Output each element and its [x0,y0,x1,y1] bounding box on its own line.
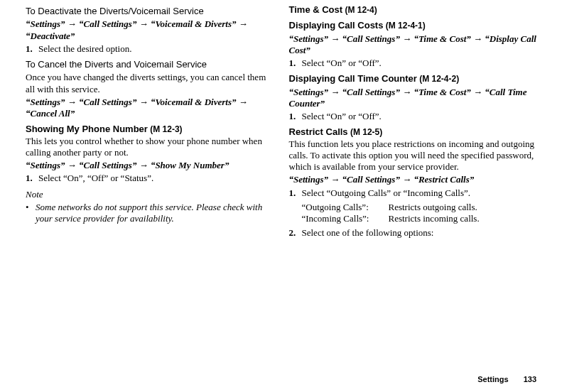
show-number-heading-row: Showing My Phone Number (M 12-3) [26,124,274,135]
restrict-option-outgoing: “Outgoing Calls”: Restricts outgoing cal… [302,202,537,213]
restrict-step-1: 1. Select “Outgoing Calls” or “Incoming … [289,187,537,199]
cancel-description: Once you have changed the diverts settin… [26,72,274,95]
restrict-option-incoming: “Incoming Calls”: Restricts incoming cal… [302,213,537,224]
step-text: Select “On” or “Off”. [302,58,382,69]
step-text: Select “On”, “Off” or “Status”. [38,173,153,184]
note-label: Note [26,189,274,200]
display-cost-heading-row: Displaying Call Costs (M 12-4-1) [289,20,537,31]
cancel-section: To Cancel the Diverts and Voicemail Serv… [26,59,274,119]
deactivate-heading: To Deactivate the Diverts/Voicemail Serv… [26,6,274,17]
cancel-path: “Settings” → “Call Settings” → “Voicemai… [26,97,274,120]
display-cost-menu-ref: (M 12-4-1) [383,21,425,31]
show-number-path: “Settings” → “Call Settings” → “Show My … [26,160,274,171]
call-timer-section: Displaying Call Time Counter (M 12-4-2) … [289,73,537,122]
deactivate-step-1: 1. Select the desired option. [26,43,274,55]
show-number-menu-ref: (M 12-3) [148,124,183,134]
step-number: 1. [26,173,38,184]
call-timer-heading: Displaying Call Time Counter [289,73,417,84]
note-text: Some networks do not support this servic… [36,202,274,225]
display-cost-section: Displaying Call Costs (M 12-4-1) “Settin… [289,20,537,69]
step-number: 1. [289,187,302,199]
option-key: “Incoming Calls”: [302,213,389,224]
show-number-description: This lets you control whether to show yo… [26,136,274,159]
option-key: “Outgoing Calls”: [302,202,389,213]
call-timer-menu-ref: (M 12-4-2) [417,74,459,84]
restrict-heading-row: Restrict Calls (M 12-5) [289,126,537,138]
call-timer-heading-row: Displaying Call Time Counter (M 12-4-2) [289,73,537,85]
show-number-section: Showing My Phone Number (M 12-3) This le… [26,124,274,224]
display-cost-heading: Displaying Call Costs [289,20,384,31]
call-timer-path: “Settings” → “Call Settings” → “Time & C… [289,87,537,110]
restrict-section: Restrict Calls (M 12-5) This function le… [289,126,537,239]
right-column: Time & Cost (M 12-4) Displaying Call Cos… [289,4,537,244]
show-number-heading: Showing My Phone Number [26,124,148,134]
note-body: • Some networks do not support this serv… [26,202,274,225]
restrict-menu-ref: (M 12-5) [348,127,383,137]
deactivate-path: “Settings” → “Call Settings” → “Voicemai… [26,18,274,42]
left-column: To Deactivate the Diverts/Voicemail Serv… [26,4,274,244]
option-value: Restricts incoming calls. [389,213,480,224]
restrict-path: “Settings” → “Call Settings” → “Restrict… [289,174,537,185]
restrict-description: This function lets you place restriction… [289,138,537,173]
step-text: Select “Outgoing Calls” or “Incoming Cal… [302,187,471,199]
time-cost-menu-ref: (M 12-4) [342,5,377,15]
footer-page-number: 133 [524,375,536,383]
step-text: Select one of the following options: [302,227,434,239]
restrict-options-table: “Outgoing Calls”: Restricts outgoing cal… [302,202,537,225]
call-timer-step-1: 1. Select “On” or “Off”. [289,111,537,122]
cancel-heading: To Cancel the Diverts and Voicemail Serv… [26,59,274,70]
time-cost-section: Time & Cost (M 12-4) [289,4,537,16]
step-number: 1. [289,58,302,69]
step-number: 1. [26,43,38,55]
time-cost-heading: Time & Cost [289,4,343,15]
step-text: Select the desired option. [38,43,131,55]
step-text: Select “On” or “Off”. [302,111,382,122]
deactivate-section: To Deactivate the Diverts/Voicemail Serv… [26,6,274,55]
restrict-step-2: 2. Select one of the following options: [289,227,537,239]
step-number: 1. [289,111,302,122]
step-number: 2. [289,227,302,239]
page-footer: Settings 133 [477,375,536,385]
display-cost-path: “Settings” → “Call Settings” → “Time & C… [289,33,537,57]
option-value: Restricts outgoing calls. [389,202,477,213]
note-bullet: • [26,202,36,225]
footer-section: Settings [477,375,508,383]
show-number-step-1: 1. Select “On”, “Off” or “Status”. [26,173,274,184]
restrict-heading: Restrict Calls [289,126,348,137]
display-cost-step-1: 1. Select “On” or “Off”. [289,58,537,69]
